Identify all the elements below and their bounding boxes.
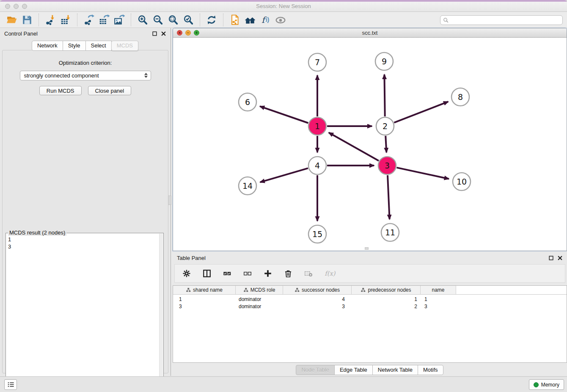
export-image-button[interactable] (112, 13, 127, 27)
graph-node-15[interactable]: 15 (308, 225, 326, 243)
function-builder-button: f(x) (324, 268, 338, 279)
table-row[interactable]: 1dominator411 (173, 296, 567, 303)
graph-node-10[interactable]: 10 (453, 173, 471, 190)
add-column-button[interactable] (263, 268, 273, 279)
edge-3-11[interactable] (388, 175, 390, 219)
table-tab-network-table[interactable]: Network Table (372, 365, 418, 375)
criterion-dropdown[interactable]: strongly connected component (20, 71, 151, 80)
task-history-button[interactable] (4, 379, 17, 390)
result-scrollbar[interactable] (159, 234, 163, 390)
run-mcds-button[interactable]: Run MCDS (39, 86, 82, 95)
edge-3-1[interactable] (329, 133, 379, 160)
delete-column-icon (284, 269, 293, 278)
column-header-MCDS-role[interactable]: MCDS role (236, 286, 283, 294)
table-cell[interactable]: 1 (421, 296, 456, 302)
edge-3-10[interactable] (396, 168, 449, 179)
edge-2-8[interactable] (394, 102, 448, 122)
search-icon (443, 17, 449, 23)
table-tab-edge-table[interactable]: Edge Table (334, 365, 373, 375)
table-cell[interactable]: 3 (421, 304, 456, 309)
search-input[interactable] (449, 16, 562, 24)
column-header-name[interactable]: name (421, 286, 456, 294)
zoom-selected-button[interactable] (181, 13, 196, 27)
table-cell[interactable]: dominator (236, 304, 283, 309)
table-tab-node-table[interactable]: Node Table (296, 365, 335, 375)
svg-text:f: f (261, 15, 267, 25)
float-panel-icon[interactable] (152, 31, 157, 36)
network-canvas[interactable]: 7968124314101511 (173, 38, 567, 251)
control-tab-mcds[interactable]: MCDS (111, 41, 138, 51)
open-file-button[interactable] (4, 13, 19, 27)
horizontal-split-handle[interactable] (365, 247, 369, 250)
column-label: name (432, 287, 444, 293)
settings-gear-button[interactable] (182, 268, 192, 279)
save-session-button[interactable] (19, 13, 35, 27)
export-table-button[interactable] (96, 13, 112, 27)
edge-1-6[interactable] (260, 106, 308, 123)
zoom-fit-button[interactable] (165, 13, 181, 27)
table-cell[interactable]: 3 (173, 304, 236, 309)
select-all-button[interactable] (222, 268, 232, 279)
svg-text:7: 7 (315, 58, 320, 67)
mcds-result-title: MCDS result (2 nodes) (8, 229, 66, 236)
graph-node-8[interactable]: 8 (451, 88, 469, 106)
graph-node-1[interactable]: 1 (308, 117, 326, 135)
toolbar-separator (39, 14, 39, 26)
graph-node-4[interactable]: 4 (308, 157, 326, 174)
edge-2-9[interactable] (384, 75, 385, 116)
refresh-button[interactable] (204, 13, 219, 27)
network-window-titlebar[interactable]: × − + scc.txt (173, 28, 567, 38)
graph-node-14[interactable]: 14 (239, 177, 256, 195)
edge-4-14[interactable] (260, 168, 308, 182)
control-tab-network[interactable]: Network (32, 41, 63, 51)
search-box[interactable] (440, 15, 563, 25)
table-row[interactable]: 3dominator323 (173, 303, 567, 310)
column-header-predecessor-nodes[interactable]: predecessor nodes (352, 286, 421, 294)
graph-node-9[interactable]: 9 (375, 52, 393, 70)
import-network-button[interactable] (43, 13, 58, 27)
graph-node-3[interactable]: 3 (378, 157, 396, 174)
eye-icon (275, 14, 286, 25)
table-body: 1dominator4113dominator323 (173, 296, 567, 310)
control-panel-tabs: NetworkStyleSelectMCDS (0, 41, 171, 51)
export-network-button[interactable] (81, 13, 96, 27)
memory-button[interactable]: Memory (529, 379, 564, 390)
close-panel-icon[interactable] (161, 31, 166, 36)
graph-node-6[interactable]: 6 (239, 93, 256, 111)
close-panel-button[interactable]: Close panel (88, 86, 132, 95)
table-cell[interactable]: 2 (352, 304, 421, 309)
table-cell[interactable]: 3 (283, 304, 352, 309)
split-divider-handle[interactable] (168, 196, 171, 205)
edge-2-3[interactable] (385, 136, 386, 152)
table-cell[interactable]: dominator (236, 296, 283, 302)
network-home-button[interactable] (242, 13, 258, 27)
close-panel-icon[interactable] (557, 255, 563, 261)
copy-network-button[interactable] (227, 13, 242, 27)
column-header-shared-name[interactable]: shared name (173, 286, 236, 294)
svg-text:3: 3 (385, 161, 390, 170)
graph-node-7[interactable]: 7 (308, 53, 326, 71)
float-panel-icon[interactable] (548, 255, 554, 261)
zoom-out-button[interactable] (150, 13, 165, 27)
zoom-selected-icon (183, 14, 194, 25)
graph-node-11[interactable]: 11 (381, 224, 399, 241)
control-tab-select[interactable]: Select (85, 41, 112, 51)
control-tab-style[interactable]: Style (63, 41, 86, 51)
zoom-in-button[interactable] (135, 13, 150, 27)
column-view-button[interactable] (202, 268, 212, 279)
zoom-out-icon (152, 14, 163, 25)
vizmap-signal-button[interactable]: f (258, 13, 273, 27)
graph-node-2[interactable]: 2 (376, 117, 394, 135)
export-table-icon (99, 14, 110, 25)
table-cell[interactable]: 1 (352, 296, 421, 302)
import-table-button[interactable] (58, 13, 73, 27)
table-cell[interactable]: 1 (173, 296, 236, 302)
column-header-successor-nodes[interactable]: successor nodes (283, 286, 352, 294)
eye-button[interactable] (273, 13, 288, 27)
delete-column-button[interactable] (283, 268, 293, 279)
deselect-all-button[interactable] (242, 268, 253, 279)
mcds-result-box: MCDS result (2 nodes) 13 (6, 233, 164, 391)
list-icon (7, 381, 14, 388)
table-cell[interactable]: 4 (283, 296, 352, 302)
table-tab-motifs[interactable]: Motifs (418, 365, 443, 375)
